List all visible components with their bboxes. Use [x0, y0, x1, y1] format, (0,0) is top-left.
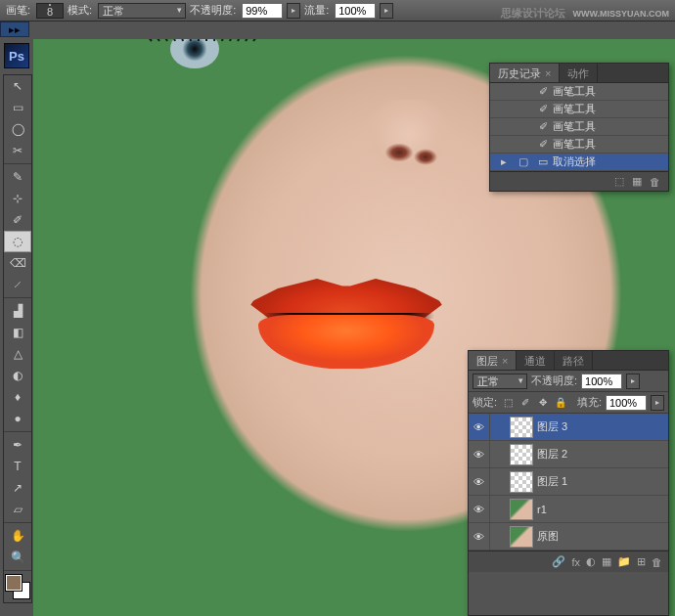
tab-history[interactable]: 历史记录× — [490, 64, 560, 82]
tool-7[interactable]: ◌ — [4, 231, 31, 252]
flow-input[interactable] — [335, 3, 376, 19]
tool-6[interactable]: ✐ — [4, 209, 31, 231]
tab-channels[interactable]: 通道 — [517, 351, 555, 370]
layers-footer-icon[interactable]: 📁 — [617, 555, 631, 568]
brush-label: 画笔: — [6, 3, 30, 18]
ps-logo-icon: Ps — [4, 43, 29, 68]
layer-thumb — [510, 444, 533, 465]
tool-10[interactable]: ▟ — [4, 300, 31, 322]
history-footer-icon[interactable]: ⬚ — [614, 175, 624, 188]
layer-thumb — [510, 526, 533, 548]
tool-9[interactable]: ⟋ — [4, 274, 31, 295]
image-lips — [229, 264, 464, 381]
brush-preview[interactable]: 8 — [36, 3, 64, 19]
layer-opacity-arrow[interactable]: ▸ — [626, 374, 640, 389]
history-row[interactable]: ✐画笔工具 — [490, 83, 668, 101]
visibility-icon[interactable]: 👁 — [469, 523, 490, 550]
fill-arrow[interactable]: ▸ — [651, 395, 664, 411]
fg-color[interactable] — [6, 575, 22, 591]
visibility-icon[interactable]: 👁 — [469, 414, 490, 440]
layer-thumb — [510, 499, 533, 520]
layer-thumb — [510, 417, 533, 438]
lock-label: 锁定: — [472, 395, 497, 410]
history-row[interactable]: ✐画笔工具 — [490, 101, 668, 118]
visibility-icon[interactable]: 👁 — [469, 468, 490, 495]
tool-2[interactable]: ◯ — [4, 118, 31, 140]
tool-15[interactable]: ● — [4, 408, 31, 429]
layer-row[interactable]: 👁图层 1 — [469, 468, 668, 496]
app-tab-icon[interactable]: ▸▸ — [0, 22, 29, 37]
layers-footer-icon[interactable]: 🔗 — [552, 555, 565, 568]
flow-arrow[interactable]: ▸ — [380, 3, 393, 19]
layer-opacity-input[interactable] — [581, 374, 622, 389]
fill-input[interactable] — [606, 395, 647, 411]
visibility-icon[interactable]: 👁 — [469, 496, 490, 522]
tab-paths[interactable]: 路径 — [555, 351, 593, 370]
lock-all-icon[interactable]: 🔒 — [554, 396, 567, 410]
history-footer-icon[interactable]: 🗑 — [650, 176, 660, 188]
fill-label: 填充: — [577, 395, 602, 410]
tool-19[interactable]: ▱ — [4, 499, 31, 520]
tool-20[interactable]: ✋ — [4, 525, 31, 547]
opacity-input[interactable] — [242, 3, 283, 19]
tool-3[interactable]: ✂ — [4, 140, 31, 161]
tab-layers[interactable]: 图层× — [469, 351, 517, 370]
tool-0[interactable]: ↖ — [4, 75, 31, 97]
tool-1[interactable]: ▭ — [4, 97, 31, 118]
tool-17[interactable]: T — [4, 456, 31, 477]
visibility-icon[interactable]: 👁 — [469, 441, 490, 467]
layer-row[interactable]: 👁图层 3 — [469, 414, 668, 441]
tab-actions[interactable]: 动作 — [560, 64, 598, 82]
layers-footer-icon[interactable]: ▦ — [602, 555, 611, 568]
tool-12[interactable]: △ — [4, 343, 31, 365]
lock-pixels-icon[interactable]: ✐ — [518, 396, 532, 410]
layers-panel: 图层× 通道 路径 正常 不透明度: ▸ 锁定: ⬚ ✐ ✥ 🔒 填充: ▸ 👁… — [468, 350, 669, 616]
opacity-label: 不透明度: — [190, 3, 236, 18]
layer-blend-dropdown[interactable]: 正常 — [472, 374, 527, 389]
lock-position-icon[interactable]: ✥ — [536, 396, 550, 410]
tool-8[interactable]: ⌫ — [4, 252, 31, 274]
tool-11[interactable]: ◧ — [4, 322, 31, 343]
blend-mode-dropdown[interactable]: 正常 — [98, 3, 186, 19]
mode-label: 模式: — [68, 3, 92, 18]
history-row[interactable]: ✐画笔工具 — [490, 118, 668, 136]
flow-label: 流量: — [304, 3, 329, 18]
layers-footer-icon[interactable]: ⊞ — [637, 555, 646, 568]
history-footer-icon[interactable]: ▦ — [632, 175, 642, 188]
layer-row[interactable]: 👁原图 — [469, 523, 668, 550]
tool-4[interactable]: ✎ — [4, 166, 31, 188]
tool-13[interactable]: ◐ — [4, 365, 31, 386]
history-row[interactable]: ▸▢▭取消选择 — [490, 154, 668, 171]
tool-21[interactable]: 🔍 — [4, 547, 31, 568]
tool-16[interactable]: ✒ — [4, 434, 31, 456]
tool-14[interactable]: ♦ — [4, 386, 31, 408]
color-swatch[interactable] — [6, 575, 29, 598]
toolbox: ↖▭◯✂✎⊹✐◌⌫⟋▟◧△◐♦●✒T↗▱✋🔍 — [3, 74, 32, 603]
layer-thumb — [510, 471, 533, 493]
layers-footer-icon[interactable]: fx — [571, 556, 580, 568]
layers-footer-icon[interactable]: ◐ — [586, 555, 596, 568]
tool-5[interactable]: ⊹ — [4, 188, 31, 209]
tool-18[interactable]: ↗ — [4, 477, 31, 499]
layer-row[interactable]: 👁r1 — [469, 496, 668, 523]
history-panel: 历史记录× 动作 ✐画笔工具✐画笔工具✐画笔工具✐画笔工具▸▢▭取消选择 ⬚▦🗑 — [489, 63, 669, 192]
lock-transparency-icon[interactable]: ⬚ — [501, 396, 515, 410]
image-eye — [151, 39, 258, 88]
history-row[interactable]: ✐画笔工具 — [490, 136, 668, 154]
layers-footer-icon[interactable]: 🗑 — [652, 556, 662, 568]
watermark: 思缘设计论坛WWW.MISSYUAN.COM — [501, 4, 670, 21]
layer-row[interactable]: 👁图层 2 — [469, 441, 668, 468]
layer-opacity-label: 不透明度: — [531, 374, 577, 388]
opacity-arrow[interactable]: ▸ — [287, 3, 300, 19]
image-nose — [364, 100, 452, 188]
